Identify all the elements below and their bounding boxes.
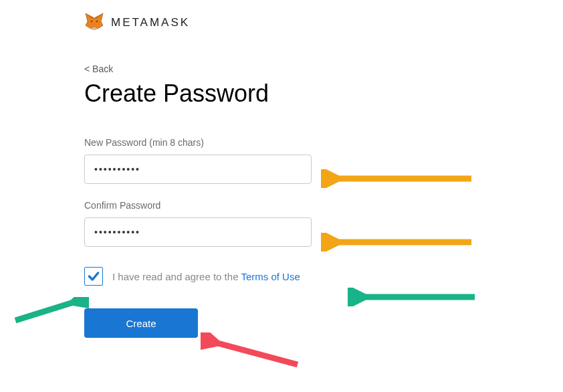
new-password-label: New Password (min 8 chars) (84, 137, 563, 148)
terms-prefix: I have read and agree to the (112, 271, 241, 282)
annotation-arrow-icon (201, 332, 301, 369)
terms-agreement-row: I have read and agree to the Terms of Us… (84, 267, 563, 286)
metamask-fox-icon (84, 12, 104, 33)
terms-of-use-link[interactable]: Terms of Use (241, 271, 300, 282)
page-title: Create Password (84, 80, 563, 108)
confirm-password-field: Confirm Password (84, 200, 563, 247)
brand-name: METAMASK (111, 16, 190, 29)
confirm-password-label: Confirm Password (84, 200, 563, 211)
svg-marker-0 (86, 13, 103, 29)
check-icon (87, 270, 100, 283)
back-link[interactable]: < Back (84, 64, 113, 74)
new-password-input[interactable] (84, 155, 312, 184)
svg-point-5 (96, 21, 98, 22)
confirm-password-input[interactable] (84, 217, 312, 247)
brand-header: METAMASK (84, 12, 563, 33)
create-button[interactable]: Create (84, 308, 198, 338)
terms-text: I have read and agree to the Terms of Us… (112, 271, 300, 282)
svg-point-4 (91, 21, 92, 22)
new-password-field: New Password (min 8 chars) (84, 137, 563, 184)
svg-line-10 (213, 342, 298, 365)
terms-checkbox[interactable] (84, 267, 103, 286)
